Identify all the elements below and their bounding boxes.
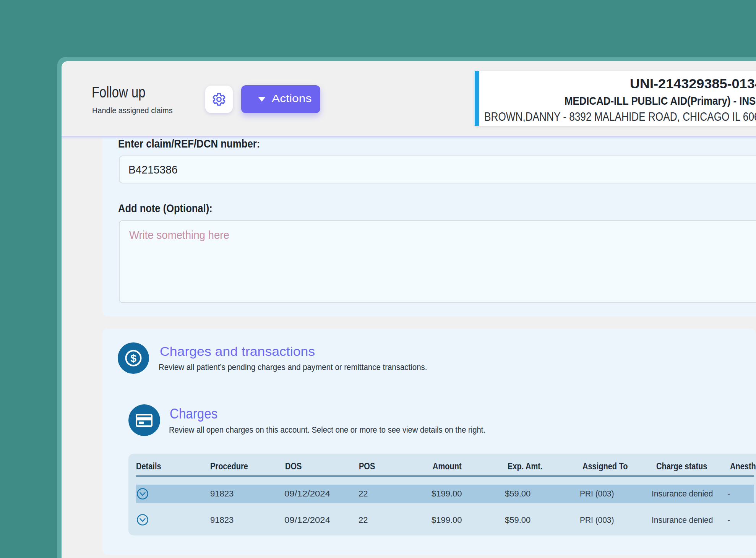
svg-text:$: $ — [130, 352, 136, 364]
